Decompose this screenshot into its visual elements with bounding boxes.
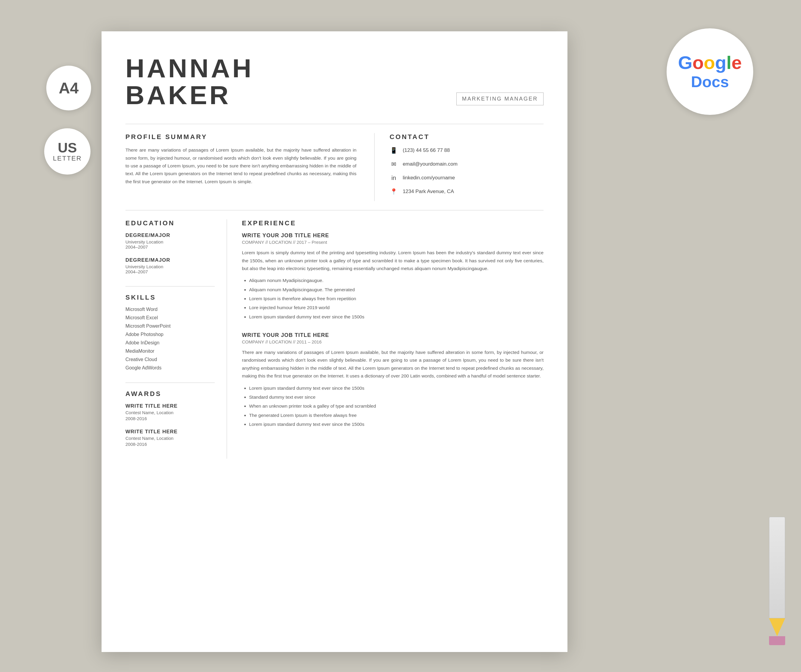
edu-item-2: DEGREE/MAJOR University Location 2004–20…: [125, 257, 215, 274]
exp-bullets-1: Aliquam nonum Myadipiscingaugue.Aliquam …: [242, 277, 544, 321]
contact-linkedin: in linkedin.com/yourname: [389, 174, 544, 182]
edu-item-1: DEGREE/MAJOR University Location 2004–20…: [125, 233, 215, 249]
exp-bullet-item: When an unknown printer took a galley of…: [249, 402, 544, 410]
mid-divider: [125, 210, 544, 210]
awards-section: AWARDS WRITE TITLE HERE Contest Name, Lo…: [125, 390, 215, 447]
email-icon: ✉: [389, 160, 398, 168]
award-years-1: 2008-2016: [125, 416, 215, 421]
contact-address: 📍 1234 Park Avenue, CA: [389, 188, 544, 196]
exp-bullet-item: Lorem ipsum standard dummy text ever sin…: [249, 420, 544, 428]
exp-company-1: COMPANY // LOCATION // 2017 – Present: [242, 240, 544, 245]
contact-section: CONTACT 📱 (123) 44 55 66 77 88 ✉ email@y…: [374, 133, 544, 201]
skill-item: Creative Cloud: [125, 357, 215, 362]
skill-item: MediaMonitor: [125, 348, 215, 354]
exp-bullet-item: Aliquam nonum Myadipiscingaugue. The gen…: [249, 286, 544, 293]
exp-item-2: WRITE YOUR JOB TITLE HERECOMPANY // LOCA…: [242, 332, 544, 428]
exp-bullet-item: Lorem Ipsum is therefore always free fro…: [249, 295, 544, 303]
edu-years-1: 2004–2007: [125, 244, 215, 249]
email-address: email@yourdomain.com: [402, 161, 458, 167]
edu-divider: [125, 286, 215, 287]
award-item-1: WRITE TITLE HERE Contest Name, Location …: [125, 403, 215, 421]
us-label: US: [58, 141, 77, 155]
award-detail-2: Contest Name, Location: [125, 436, 215, 441]
exp-job-title-2: WRITE YOUR JOB TITLE HERE: [242, 332, 544, 338]
exp-bullets-2: Lorem ipsum standard dummy text ever sin…: [242, 384, 544, 428]
google-logo: Google: [678, 53, 742, 73]
edu-location-1: University Location: [125, 239, 215, 244]
exp-bullet-item: Lorem ipsum standard dummy text ever sin…: [249, 313, 544, 321]
contact-phone: 📱 (123) 44 55 66 77 88: [389, 146, 544, 155]
award-title-1: WRITE TITLE HERE: [125, 403, 215, 409]
pencil-decoration: [768, 517, 786, 642]
letter-label: LETTER: [53, 155, 82, 162]
edu-years-2: 2004–2007: [125, 269, 215, 274]
resume-document: HANNAH BAKER MARKETING MANAGER PROFILE S…: [101, 31, 568, 652]
pencil-body: [769, 517, 785, 618]
a4-badge: A4: [46, 66, 91, 111]
profile-text: There are many variations of passages of…: [125, 146, 356, 186]
contact-title: CONTACT: [389, 133, 544, 141]
pencil-eraser: [769, 636, 785, 645]
profile-title: PROFILE SUMMARY: [125, 133, 356, 141]
skill-item: Microsoft PowerPoint: [125, 324, 215, 329]
awards-title: AWARDS: [125, 390, 215, 398]
skills-list: Microsoft WordMicrosoft ExcelMicrosoft P…: [125, 307, 215, 370]
google-docs-badge: Google Docs: [667, 28, 753, 115]
exp-job-title-1: WRITE YOUR JOB TITLE HERE: [242, 233, 544, 239]
address-text: 1234 Park Avenue, CA: [402, 189, 454, 194]
experience-title: EXPERIENCE: [242, 219, 544, 227]
exp-company-2: COMPANY // LOCATION // 2011 – 2016: [242, 339, 544, 344]
phone-number: (123) 44 55 66 77 88: [402, 148, 450, 153]
award-item-2: WRITE TITLE HERE Contest Name, Location …: [125, 429, 215, 447]
left-column: EDUCATION DEGREE/MAJOR University Locati…: [125, 219, 227, 459]
exp-bullet-item: The generated Lorem Ipsum is therefore a…: [249, 412, 544, 419]
skill-item: Adobe Photoshop: [125, 332, 215, 337]
skill-item: Adobe InDesign: [125, 340, 215, 346]
last-name: BAKER: [125, 82, 456, 109]
profile-section: PROFILE SUMMARY There are many variation…: [125, 133, 356, 201]
education-title: EDUCATION: [125, 219, 215, 227]
exp-description-1: Lorem Ipsum is simply dummy text of the …: [242, 249, 544, 273]
award-title-2: WRITE TITLE HERE: [125, 429, 215, 435]
exp-bullet-item: Lore injected humour feture 2019 world: [249, 304, 544, 311]
top-section: PROFILE SUMMARY There are many variation…: [125, 133, 544, 201]
location-icon: 📍: [389, 188, 398, 196]
contact-email: ✉ email@yourdomain.com: [389, 160, 544, 168]
us-letter-badge: US LETTER: [44, 128, 90, 175]
exp-description-2: There are many variations of passages of…: [242, 348, 544, 380]
header-divider: [125, 124, 544, 124]
resume-header: HANNAH BAKER MARKETING MANAGER: [125, 55, 544, 109]
skills-section: SKILLS Microsoft WordMicrosoft ExcelMicr…: [125, 293, 215, 370]
experience-list: WRITE YOUR JOB TITLE HERECOMPANY // LOCA…: [242, 233, 544, 428]
skill-item: Microsoft Excel: [125, 315, 215, 321]
edu-location-2: University Location: [125, 264, 215, 269]
job-title: MARKETING MANAGER: [456, 93, 544, 105]
phone-icon: 📱: [389, 146, 398, 155]
edu-degree-2: DEGREE/MAJOR: [125, 257, 215, 263]
skill-item: Microsoft Word: [125, 307, 215, 312]
exp-item-1: WRITE YOUR JOB TITLE HERECOMPANY // LOCA…: [242, 233, 544, 321]
first-name: HANNAH: [125, 55, 456, 82]
linkedin-url: linkedin.com/yourname: [402, 175, 455, 181]
award-years-2: 2008-2016: [125, 442, 215, 447]
edu-degree-1: DEGREE/MAJOR: [125, 233, 215, 239]
award-detail-1: Contest Name, Location: [125, 410, 215, 415]
education-section: EDUCATION DEGREE/MAJOR University Locati…: [125, 219, 215, 274]
exp-bullet-item: Lorem ipsum standard dummy text ever sin…: [249, 384, 544, 392]
pencil-tip: [769, 618, 785, 636]
skill-item: Google AdWords: [125, 365, 215, 370]
right-column: EXPERIENCE WRITE YOUR JOB TITLE HERECOMP…: [227, 219, 544, 459]
resume-name: HANNAH BAKER: [125, 55, 456, 109]
linkedin-icon: in: [389, 174, 398, 182]
exp-bullet-item: Standard dummy text ever since: [249, 393, 544, 401]
bottom-section: EDUCATION DEGREE/MAJOR University Locati…: [125, 219, 544, 459]
exp-bullet-item: Aliquam nonum Myadipiscingaugue.: [249, 277, 544, 284]
skills-title: SKILLS: [125, 293, 215, 302]
a4-label: A4: [59, 79, 79, 97]
google-docs-label: Docs: [691, 73, 729, 91]
